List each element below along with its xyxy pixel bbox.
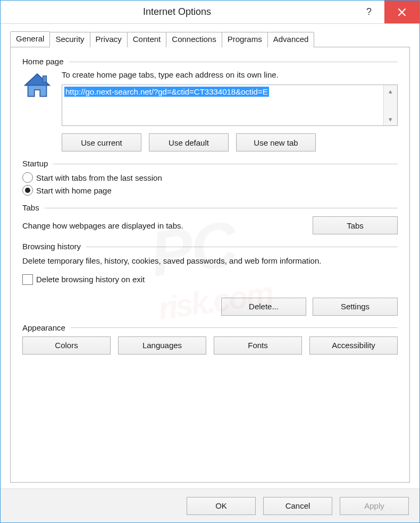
radio-last-session-label: Start with tabs from the last session	[36, 173, 162, 182]
scroll-down-icon[interactable]: ▾	[389, 115, 392, 123]
close-button[interactable]	[384, 1, 419, 23]
tabs-description: Change how webpages are displayed in tab…	[22, 221, 302, 230]
group-tabs: Tabs Change how webpages are displayed i…	[22, 203, 398, 234]
dialog-body: General Security Privacy Content Connect…	[1, 24, 419, 488]
languages-button[interactable]: Languages	[118, 336, 206, 355]
apply-button[interactable]: Apply	[340, 497, 409, 515]
delete-on-exit-checkbox[interactable]: Delete browsing history on exit	[22, 274, 398, 285]
dialog-footer: OK Cancel Apply	[1, 488, 419, 522]
scroll-up-icon[interactable]: ▴	[389, 87, 392, 95]
tab-privacy[interactable]: Privacy	[90, 32, 128, 47]
internet-options-window: Internet Options ? General Security Priv…	[0, 0, 420, 523]
tab-connections[interactable]: Connections	[166, 32, 222, 47]
home-icon	[22, 70, 54, 151]
tab-security[interactable]: Security	[49, 32, 90, 47]
homepage-description: To create home page tabs, type each addr…	[62, 70, 398, 79]
use-default-button[interactable]: Use default	[149, 133, 229, 151]
homepage-url-input[interactable]: http://go.next-search.net/?gd=&ctid=CT33…	[62, 85, 398, 126]
tabs-group-label: Tabs	[22, 203, 45, 212]
browsing-history-label: Browsing history	[22, 242, 86, 251]
radio-last-session[interactable]: Start with tabs from the last session	[22, 172, 398, 183]
tab-content[interactable]: Content	[127, 32, 167, 47]
tabpage-general: PC risk.com Home page	[10, 47, 410, 483]
settings-button[interactable]: Settings	[313, 298, 398, 316]
help-button[interactable]: ?	[354, 1, 384, 23]
tab-advanced[interactable]: Advanced	[267, 32, 315, 47]
url-scrollbar[interactable]: ▴ ▾	[383, 85, 397, 125]
tab-programs[interactable]: Programs	[222, 32, 268, 47]
homepage-label: Home page	[22, 57, 69, 66]
titlebar-buttons: ?	[354, 1, 419, 23]
checkbox-icon	[22, 274, 33, 285]
delete-button[interactable]: Delete...	[221, 298, 306, 316]
use-current-button[interactable]: Use current	[62, 133, 141, 151]
svg-rect-2	[43, 76, 47, 82]
radio-icon	[22, 185, 33, 196]
titlebar: Internet Options ?	[1, 1, 419, 24]
ok-button[interactable]: OK	[187, 497, 256, 515]
delete-on-exit-label: Delete browsing history on exit	[36, 275, 145, 284]
colors-button[interactable]: Colors	[22, 336, 111, 355]
radio-home-page-label: Start with home page	[36, 186, 112, 195]
tab-general[interactable]: General	[10, 31, 50, 47]
browsing-history-description: Delete temporary files, history, cookies…	[22, 255, 398, 267]
homepage-url-value: http://go.next-search.net/?gd=&ctid=CT33…	[64, 87, 269, 97]
radio-icon	[22, 172, 33, 183]
cancel-button[interactable]: Cancel	[263, 497, 332, 515]
group-browsing-history: Browsing history Delete temporary files,…	[22, 242, 398, 316]
radio-home-page[interactable]: Start with home page	[22, 185, 398, 196]
tabstrip: General Security Privacy Content Connect…	[10, 31, 410, 47]
group-startup: Startup Start with tabs from the last se…	[22, 159, 398, 196]
accessibility-button[interactable]: Accessibility	[309, 336, 398, 355]
appearance-label: Appearance	[22, 323, 71, 332]
startup-label: Startup	[22, 159, 53, 168]
fonts-button[interactable]: Fonts	[214, 336, 302, 355]
window-title: Internet Options	[1, 1, 354, 23]
tabs-button[interactable]: Tabs	[313, 216, 398, 234]
close-icon	[398, 8, 406, 16]
group-homepage: Home page To create home page tabs, type…	[22, 57, 398, 151]
group-appearance: Appearance Colors Languages Fonts Access…	[22, 323, 398, 355]
use-new-tab-button[interactable]: Use new tab	[236, 133, 316, 151]
